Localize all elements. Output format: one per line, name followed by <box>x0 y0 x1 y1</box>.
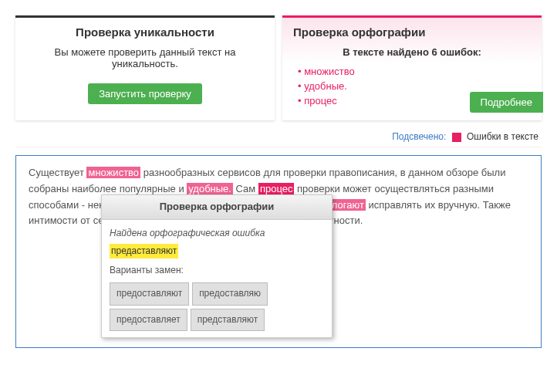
start-check-button[interactable]: Запустить проверку <box>88 83 202 104</box>
error-item[interactable]: удобные. <box>298 80 531 92</box>
legend-color-swatch <box>452 133 461 142</box>
suggestion-item[interactable]: предоставляют <box>110 282 189 305</box>
popup-title: Проверка орфографии <box>102 195 332 220</box>
popup-message: Найдена орфографическая ошибка <box>110 226 324 241</box>
variants-label: Варианты замен: <box>110 263 324 278</box>
errors-found-label: В тексте найдено 6 ошибок: <box>293 46 531 58</box>
suggestions-list: предоставляют предоставляю предоставляет… <box>110 282 324 330</box>
legend-label: Подсвечено: <box>392 131 446 142</box>
text-fragment: Сам <box>233 183 258 194</box>
uniqueness-title: Проверка уникальности <box>26 25 264 39</box>
spelling-popup: Проверка орфографии Найдена орфографичес… <box>101 194 333 338</box>
uniqueness-subtitle: Вы можете проверить данный текст на уник… <box>26 46 264 69</box>
text-fragment: Существует <box>29 167 86 178</box>
legend-bar: Подсвечено: Ошибки в тексте <box>15 127 542 147</box>
spelling-title: Проверка орфографии <box>293 25 531 39</box>
error-item[interactable]: множиство <box>298 66 531 77</box>
suggestion-item[interactable]: представляют <box>191 309 265 331</box>
suggestion-item[interactable]: предоставляю <box>192 282 268 305</box>
highlighted-error[interactable]: множиство <box>86 167 140 178</box>
highlighted-error[interactable]: удобные. <box>187 183 233 194</box>
text-editor[interactable]: Существует множиство разнообразных серви… <box>15 155 542 348</box>
uniqueness-check-card: Проверка уникальности Вы можете проверит… <box>15 15 275 120</box>
legend-text: Ошибки в тексте <box>467 131 538 142</box>
more-button[interactable]: Подробнее <box>470 92 543 113</box>
highlighted-error[interactable]: процес <box>258 183 295 194</box>
suggestion-item[interactable]: предоставляет <box>110 309 187 331</box>
popup-error-word: предаставляют <box>110 244 178 259</box>
spelling-check-card: Проверка орфографии В тексте найдено 6 о… <box>282 15 542 120</box>
